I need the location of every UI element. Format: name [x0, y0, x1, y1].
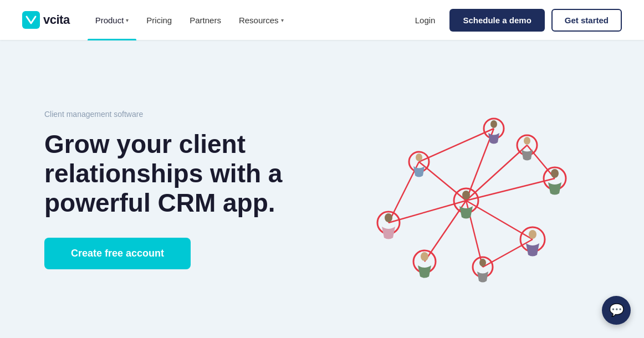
svg-line-10	[527, 145, 555, 178]
hero-subtitle: Client management software	[44, 110, 333, 119]
create-free-account-button[interactable]: Create free account	[44, 238, 191, 269]
nav-right: Login Schedule a demo Get started	[407, 9, 622, 32]
svg-point-16	[490, 120, 497, 128]
vcita-logo-icon	[22, 11, 40, 29]
resources-chevron-icon: ▾	[281, 17, 284, 23]
svg-point-28	[385, 213, 392, 222]
get-started-button[interactable]: Get started	[551, 9, 622, 32]
navbar: vcita Product ▾ Pricing Partners Resourc…	[0, 0, 644, 40]
svg-point-30	[416, 153, 422, 161]
login-button[interactable]: Login	[407, 11, 443, 29]
hero-section: Client management software Grow your cli…	[0, 40, 644, 338]
hero-content: Client management software Grow your cli…	[44, 110, 333, 269]
product-chevron-icon: ▾	[126, 17, 129, 23]
svg-point-26	[421, 252, 428, 261]
svg-point-22	[529, 230, 536, 239]
logo[interactable]: vcita	[22, 11, 70, 29]
hero-image	[333, 73, 600, 306]
nav-links: Product ▾ Pricing Partners Resources ▾	[88, 11, 407, 29]
chat-icon: 💬	[609, 303, 624, 317]
svg-point-20	[551, 169, 559, 178]
nav-partners[interactable]: Partners	[182, 11, 229, 29]
svg-rect-0	[22, 11, 40, 29]
hero-title: Grow your client relationships with a po…	[44, 130, 333, 218]
logo-text: vcita	[43, 13, 70, 27]
svg-point-24	[479, 259, 486, 267]
nav-pricing[interactable]: Pricing	[139, 11, 180, 29]
svg-point-14	[462, 191, 470, 199]
nav-resources[interactable]: Resources ▾	[231, 11, 292, 29]
nav-product[interactable]: Product ▾	[88, 11, 137, 29]
network-visualization	[333, 73, 599, 306]
chat-bubble-button[interactable]: 💬	[602, 296, 631, 325]
schedule-demo-button[interactable]: Schedule a demo	[449, 9, 544, 32]
svg-line-11	[483, 239, 533, 267]
svg-line-6	[466, 178, 555, 201]
svg-point-18	[524, 137, 530, 145]
